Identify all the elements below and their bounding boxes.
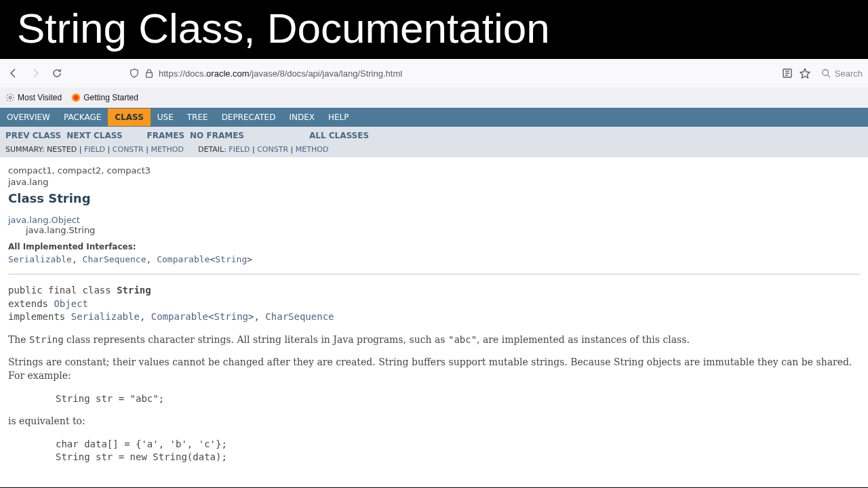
firefox-icon <box>71 93 81 102</box>
browser-toolbar: https://docs.oracle.com/javase/8/docs/ap… <box>0 59 868 87</box>
extends-object-link[interactable]: Object <box>54 298 88 309</box>
nav-index[interactable]: INDEX <box>282 108 321 126</box>
page-banner: String Class, Documentation <box>0 0 868 59</box>
impl-charsequence-link[interactable]: CharSequence <box>265 311 334 322</box>
implemented-interfaces-label: All Implemented Interfaces: <box>8 242 860 251</box>
summary-method-link[interactable]: METHOD <box>151 145 184 154</box>
shield-icon <box>129 68 140 79</box>
svg-line-6 <box>827 75 830 78</box>
svg-point-9 <box>74 96 79 100</box>
next-class-link[interactable]: NEXT CLASS <box>66 131 122 140</box>
bookmarks-bar: Most Visited Getting Started <box>0 87 868 108</box>
superclass-link[interactable]: java.lang.Object <box>8 215 80 225</box>
back-button[interactable] <box>5 65 22 81</box>
no-frames-link[interactable]: NO FRAMES <box>190 131 244 140</box>
forward-button <box>27 65 43 81</box>
nav-overview[interactable]: OVERVIEW <box>0 108 57 126</box>
javadoc-body: compact1, compact2, compact3 java.lang C… <box>0 157 868 482</box>
summary-constr-link[interactable]: CONSTR <box>113 145 144 154</box>
svg-rect-0 <box>146 73 153 77</box>
nav-package[interactable]: PACKAGE <box>57 108 108 126</box>
class-description: The String class represents character st… <box>8 333 860 383</box>
document-content: OVERVIEW PACKAGE CLASS USE TREE DEPRECAT… <box>0 108 868 487</box>
reader-icon[interactable] <box>782 68 793 79</box>
search-icon <box>821 68 831 78</box>
this-class-fqn: java.lang.String <box>26 225 860 235</box>
lock-icon <box>144 68 155 79</box>
bookmark-getting-started[interactable]: Getting Started <box>71 93 138 102</box>
class-title: Class String <box>8 191 860 205</box>
detail-method-link[interactable]: METHOD <box>296 145 329 154</box>
equivalent-label: is equivalent to: <box>8 415 860 428</box>
iface-serializable-link[interactable]: Serializable <box>8 254 72 264</box>
gear-icon <box>5 93 15 102</box>
detail-field-link[interactable]: FIELD <box>229 145 250 154</box>
all-classes-link[interactable]: ALL CLASSES <box>309 131 369 140</box>
implemented-interfaces-list: Serializable, CharSequence, Comparable<S… <box>8 254 860 264</box>
iface-comparable-param-link[interactable]: String <box>215 254 247 264</box>
svg-point-5 <box>823 70 829 76</box>
nav-class[interactable]: CLASS <box>108 108 151 126</box>
nav-help[interactable]: HELP <box>321 108 356 126</box>
summary-detail-line: SUMMARY: NESTED | FIELD | CONSTR | METHO… <box>5 143 863 156</box>
iface-comparable-link[interactable]: Comparable <box>157 254 210 264</box>
package-name: java.lang <box>8 177 860 187</box>
url-text: https://docs.oracle.com/javase/8/docs/ap… <box>159 68 402 79</box>
class-signature: public final class String extends Object… <box>8 284 860 324</box>
code-example-1: String str = "abc"; <box>56 392 860 406</box>
compact-profiles: compact1, compact2, compact3 <box>8 165 860 176</box>
detail-constr-link[interactable]: CONSTR <box>257 145 288 154</box>
nav-tree[interactable]: TREE <box>180 108 215 126</box>
frames-link[interactable]: FRAMES <box>147 131 185 140</box>
search-box[interactable]: Search <box>817 68 863 79</box>
summary-field-link[interactable]: FIELD <box>84 145 105 154</box>
impl-serializable-link[interactable]: Serializable <box>71 311 140 322</box>
prev-class-link[interactable]: PREV CLASS <box>5 131 61 140</box>
nav-use[interactable]: USE <box>151 108 180 126</box>
reload-button[interactable] <box>49 65 65 81</box>
nav-deprecated[interactable]: DEPRECATED <box>215 108 283 126</box>
impl-comparable-link[interactable]: Comparable <box>151 311 208 322</box>
inheritance-tree: java.lang.Object java.lang.String <box>8 215 860 235</box>
code-example-2: char data[] = {'a', 'b', 'c'}; String st… <box>56 438 860 464</box>
star-icon[interactable] <box>800 68 810 79</box>
url-bar[interactable]: https://docs.oracle.com/javase/8/docs/ap… <box>125 68 776 79</box>
iface-charsequence-link[interactable]: CharSequence <box>83 254 146 264</box>
svg-point-7 <box>9 96 12 99</box>
impl-comparable-param-link[interactable]: String <box>214 311 248 322</box>
javadoc-top-nav: OVERVIEW PACKAGE CLASS USE TREE DEPRECAT… <box>0 108 868 127</box>
search-placeholder: Search <box>835 68 863 79</box>
bookmark-most-visited[interactable]: Most Visited <box>5 93 62 102</box>
javadoc-sub-nav: PREV CLASS NEXT CLASS FRAMES NO FRAMES A… <box>0 127 868 157</box>
